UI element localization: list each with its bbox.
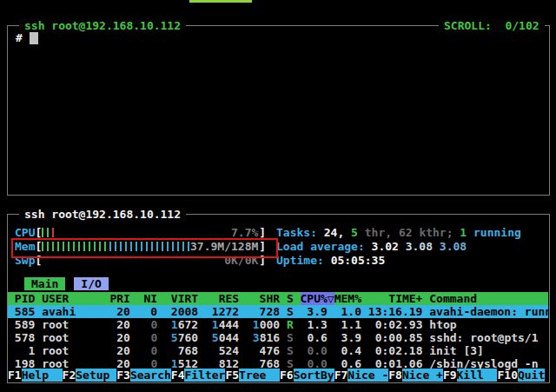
text-segment: S: [287, 331, 294, 344]
fkey-key-label: F7: [334, 369, 348, 382]
tab-i-o[interactable]: I/O: [74, 277, 108, 290]
meter-tick: [42, 228, 43, 237]
text-segment: R: [287, 318, 294, 331]
fkey-kill[interactable]: F9Kill: [443, 369, 498, 382]
text-segment: [294, 344, 308, 357]
text-segment: [157, 318, 171, 331]
fkey-quit[interactable]: F10Quit: [497, 369, 545, 382]
top-pane-frame: [7, 25, 550, 196]
text-segment: 585 avahi 20 0 2008 1272 728 S 3.9 1.0 1…: [8, 305, 548, 318]
process-row[interactable]: 1 root 20 0 768 524 476 S 0.0 0.4 0:02.1…: [8, 344, 548, 357]
text-segment: 1: [460, 226, 467, 239]
text-segment: Uptime:: [276, 254, 331, 267]
text-segment: 1: [171, 318, 178, 331]
text-segment: [239, 331, 253, 344]
fkey-key-label: F10: [497, 369, 517, 382]
process-table-header[interactable]: PID USER PRI NI VIRT RES SHR S CPU%▽MEM%…: [8, 292, 548, 305]
process-row[interactable]: 578 root 20 0 5760 5044 3816 S 0.6 3.9 0…: [8, 331, 548, 344]
fkey-key-label: F5: [225, 369, 239, 382]
shell-prompt-line[interactable]: #: [16, 31, 38, 45]
text-segment: running: [467, 226, 521, 239]
text-segment: MEM% TIME+ Command: [334, 292, 477, 305]
text-segment: 760: [178, 331, 198, 344]
top-edge-artifact-line: [189, 0, 252, 3]
text-segment: 1: [253, 318, 260, 331]
cpu-meter-bar: 7.7%: [42, 226, 259, 239]
process-row[interactable]: 585 avahi 20 0 2008 1272 728 S 3.9 1.0 1…: [8, 305, 548, 318]
fkey-action-label: Setup: [76, 369, 116, 382]
text-segment: 3: [253, 331, 260, 344]
tasks-summary: Tasks: 24, 5 thr, 62 kthr; 1 running: [276, 226, 548, 239]
fkey-key-label: F9: [443, 369, 457, 382]
fkey-tree[interactable]: F5Tree: [225, 369, 280, 382]
load-average: Load average: 3.02 3.08 3.08: [276, 240, 548, 253]
shell-prompt: #: [16, 31, 23, 44]
tab-main[interactable]: Main: [24, 277, 65, 290]
fkey-setup[interactable]: F2Setup: [63, 369, 117, 382]
fkey-action-label: Nice +: [402, 369, 443, 382]
text-segment: 1.3 1.1 0:02.93 htop: [294, 318, 457, 331]
text-segment: 1: [212, 318, 219, 331]
fkey-action-label: Kill: [457, 369, 498, 382]
text-segment: [198, 318, 212, 331]
text-segment: 0.0: [307, 344, 327, 357]
text-segment: 24,: [324, 226, 351, 239]
text-segment: 3.02: [372, 240, 406, 253]
fkey-action-label: Filter: [184, 369, 225, 382]
text-segment: S: [287, 344, 294, 357]
scroll-indicator: SCROLL: 0/102: [439, 19, 545, 32]
fkey-nice-[interactable]: F7Nice -: [334, 369, 389, 382]
bottom-pane-title: ssh root@192.168.10.112: [19, 208, 186, 221]
fkey-key-label: F2: [63, 369, 76, 382]
text-segment: Load average:: [276, 240, 372, 253]
text-segment: 05:05:35: [331, 254, 386, 267]
text-segment: 589 root 20: [8, 318, 150, 331]
text-segment: 5: [212, 331, 219, 344]
process-row[interactable]: 589 root 20 0 1672 1444 1000 R 1.3 1.1 0…: [8, 318, 548, 331]
fkey-action-label: Help: [22, 369, 63, 382]
fkey-sortby[interactable]: F6SortBy: [280, 369, 334, 382]
meter-tick: [52, 228, 54, 237]
fkey-key-label: F3: [116, 369, 130, 382]
text-segment: thr, 62 kthr;: [358, 226, 460, 239]
fkey-help[interactable]: F1Help: [8, 369, 63, 382]
meter-value-text: 7.7%: [231, 226, 258, 239]
text-segment: [239, 318, 253, 331]
fkey-action-label: SortBy: [294, 369, 334, 382]
cursor-block: [30, 31, 38, 44]
htop-tabs: MainI/O: [24, 277, 285, 290]
text-segment: 0.6 3.9 0:00.85 sshd: root@pts/1: [294, 331, 539, 344]
meter-tick: [47, 228, 49, 237]
text-segment: PID USER PRI NI VIRT RES SHR S: [8, 292, 301, 305]
text-segment: Tasks:: [276, 226, 324, 239]
fkey-search[interactable]: F3Search: [116, 369, 171, 382]
text-segment: [198, 331, 212, 344]
text-segment: 5: [171, 331, 178, 344]
uptime: Uptime: 05:05:35: [276, 254, 548, 267]
mem-highlight-annotation-box: [11, 238, 278, 258]
top-pane-title: ssh root@192.168.10.112: [19, 19, 186, 32]
text-segment: 0.4 0:02.18 init [3]: [328, 344, 484, 357]
text-segment: 3.08: [406, 240, 440, 253]
text-segment: 044: [219, 331, 239, 344]
text-segment: 816: [260, 331, 280, 344]
fkey-nice-[interactable]: F8Nice +: [388, 369, 443, 382]
fkey-action-label: Quit: [518, 369, 545, 382]
fkey-key-label: F1: [8, 369, 22, 382]
fkey-action-label: Search: [130, 369, 171, 382]
fkey-key-label: F4: [171, 369, 185, 382]
text-segment: [280, 331, 287, 344]
text-segment: 5: [351, 226, 358, 239]
fkey-key-label: F8: [388, 369, 402, 382]
text-segment: 000: [260, 318, 280, 331]
text-segment: 768 524 476: [157, 344, 287, 357]
text-segment: 3.08: [440, 240, 467, 253]
fkey-key-label: F6: [280, 369, 294, 382]
text-segment: 672: [178, 318, 198, 331]
fkey-filter[interactable]: F4Filter: [171, 369, 226, 382]
text-segment: [280, 318, 287, 331]
cpu-meter-label: CPU: [15, 226, 35, 239]
text-segment: CPU%▽: [301, 292, 334, 305]
text-segment: 1 root 20: [8, 344, 150, 357]
function-key-bar: F1HelpF2SetupF3SearchF4FilterF5TreeF6Sor…: [8, 369, 548, 382]
